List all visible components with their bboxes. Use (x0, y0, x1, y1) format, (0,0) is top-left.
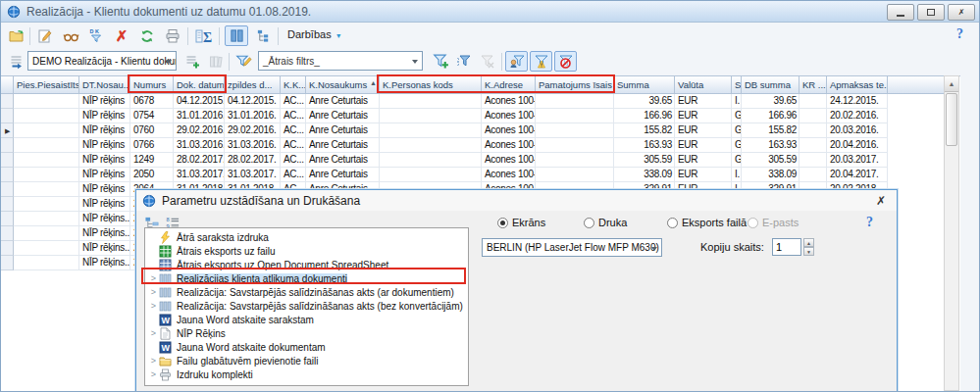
dialog-list-item-label[interactable]: Realizācijas klienta atlikuma dokumenti (177, 273, 347, 284)
table-cell[interactable]: Acones 100-... (482, 168, 536, 182)
table-cell[interactable]: 20.02.2016. (827, 109, 888, 123)
table-cell[interactable]: NĪP rēķins (79, 123, 130, 138)
expand-chevron-icon[interactable]: > (148, 287, 159, 297)
column-header[interactable]: DT.Nosau.. (79, 76, 130, 94)
table-cell[interactable]: 305.59 (742, 153, 799, 168)
table-cell[interactable]: 04.12.2015. (174, 94, 225, 109)
view-button[interactable] (60, 25, 81, 46)
table-cell[interactable]: Anre Ceturtais (306, 138, 380, 153)
table-cell[interactable] (380, 153, 482, 168)
table-cell[interactable]: 04.12.2015. (225, 94, 281, 109)
dialog-list-item[interactable]: >Izdruku komplekti (145, 368, 468, 381)
column-header[interactable]: Dok. datums (174, 76, 225, 94)
dialog-list-item-label[interactable]: NĪP Rēķins (177, 328, 226, 339)
row-selector[interactable] (1, 153, 14, 168)
filter-apply-button[interactable] (453, 51, 475, 72)
table-cell[interactable]: 0766 (130, 138, 174, 153)
row-selector[interactable] (1, 256, 14, 270)
dialog-list-item[interactable]: Ātrais eksports uz failu (145, 244, 468, 258)
table-cell[interactable]: Acones 100-... (482, 138, 536, 153)
table-cell[interactable]: EUR (675, 109, 732, 123)
table-row[interactable]: NĪP rēķins067804.12.2015.04.12.2015.AC..… (1, 94, 944, 109)
table-cell[interactable]: 31.01.2016. (174, 109, 225, 123)
dialog-close-button[interactable]: ✗ (871, 192, 891, 209)
dialog-list-item[interactable]: Ātrais eksports uz Open Document SpreadS… (145, 258, 468, 271)
table-cell[interactable]: 29.02.2016. (174, 123, 225, 138)
filter-add-button[interactable] (430, 51, 451, 72)
table-cell[interactable]: 31.01.2016. (225, 109, 281, 123)
table-cell[interactable] (380, 109, 482, 123)
table-cell[interactable] (536, 94, 614, 109)
filter-user-button[interactable] (505, 51, 528, 72)
table-cell[interactable]: 338.09 (614, 168, 675, 182)
table-cell[interactable] (14, 109, 79, 123)
column-header[interactable]: S (732, 76, 742, 94)
table-cell[interactable]: EUR (675, 153, 732, 168)
table-cell[interactable]: 163.93 (614, 138, 675, 153)
table-cell[interactable] (380, 123, 482, 138)
dialog-list-item[interactable]: >Failu glabātuvēm pievienotie faili (145, 354, 468, 368)
table-cell[interactable]: NĪP rēķins (79, 138, 130, 153)
table-cell[interactable]: Anre Ceturtais (306, 168, 380, 182)
table-cell[interactable]: 163.93 (742, 138, 799, 153)
current-row-marker[interactable]: ▶ (1, 123, 14, 138)
row-selector[interactable] (1, 182, 14, 197)
table-cell[interactable]: NĪP rēķins... (79, 226, 130, 241)
column-header[interactable]: K.K... (281, 76, 306, 94)
table-cell[interactable]: 166.96 (614, 109, 675, 123)
table-cell[interactable]: 166.96 (742, 109, 799, 123)
open-button[interactable] (6, 25, 27, 46)
row-selector[interactable] (1, 138, 14, 153)
table-cell[interactable] (14, 226, 79, 241)
table-cell[interactable]: EUR (675, 94, 732, 109)
table-cell[interactable] (14, 94, 79, 109)
column-header[interactable]: K.Adrese (482, 76, 536, 94)
vertical-scrollbar[interactable]: ▲ (944, 75, 959, 391)
output-option-radio[interactable]: E-pasts (748, 217, 799, 228)
table-cell[interactable]: 39.65 (742, 94, 799, 109)
column-header[interactable]: zpildes d... (225, 76, 281, 94)
table-cell[interactable] (14, 123, 79, 138)
dialog-list-item-label[interactable]: Jauna Word atskaite sarakstam (177, 315, 314, 325)
table-cell[interactable]: Anre Ceturtais (306, 123, 380, 138)
catalog-button[interactable] (205, 51, 227, 72)
dialog-list-item-label[interactable]: Jauna Word atskaite dokumentam (177, 342, 326, 353)
table-cell[interactable]: AC... (281, 138, 306, 153)
scroll-up-icon[interactable]: ▲ (945, 76, 958, 92)
column-header[interactable]: K.Personas kods (380, 76, 482, 94)
table-cell[interactable]: 2050 (130, 168, 174, 182)
table-cell[interactable]: 20.04.2017. (827, 168, 888, 182)
table-cell[interactable] (14, 182, 79, 197)
table-cell[interactable]: 31.03.2017. (225, 168, 281, 182)
delete-button[interactable]: ✗ (111, 25, 132, 46)
expand-chevron-icon[interactable]: > (148, 273, 159, 283)
table-cell[interactable]: 20.03.2016. (827, 123, 888, 138)
close-button[interactable]: ✗ (948, 4, 975, 21)
table-cell[interactable] (14, 138, 79, 153)
table-cell[interactable]: G (732, 109, 742, 123)
table-cell[interactable] (536, 123, 614, 138)
column-header[interactable]: Numurs (130, 76, 174, 94)
row-selector[interactable] (1, 212, 14, 226)
filter-edit-button[interactable] (232, 51, 254, 72)
table-cell[interactable]: 0678 (130, 94, 174, 109)
column-header[interactable]: Valūta (675, 76, 732, 94)
table-cell[interactable]: NĪP rēķins... (79, 212, 130, 226)
table-cell[interactable]: 0760 (130, 123, 174, 138)
maximize-button[interactable] (917, 4, 945, 21)
dialog-list-item-label[interactable]: Failu glabātuvēm pievienotie faili (177, 356, 319, 367)
output-option-radio[interactable]: Ekrāns (497, 217, 545, 228)
table-cell[interactable]: AC... (281, 168, 306, 182)
table-cell[interactable] (380, 138, 482, 153)
dialog-list-item-label[interactable]: Izdruku komplekti (177, 369, 253, 380)
table-cell[interactable]: G (732, 138, 742, 153)
table-cell[interactable]: NĪP rēķins (79, 168, 130, 182)
table-cell[interactable]: 20.03.2017. (827, 153, 888, 168)
table-cell[interactable]: 20.04.2016. (827, 138, 888, 153)
tree-view-button[interactable] (252, 25, 274, 46)
table-cell[interactable]: AC... (281, 153, 306, 168)
table-cell[interactable]: Acones 100-... (482, 153, 536, 168)
table-cell[interactable]: Anre Ceturtais (306, 153, 380, 168)
table-cell[interactable] (799, 109, 827, 123)
column-header[interactable]: Pies.Piesaistīts (14, 76, 79, 94)
